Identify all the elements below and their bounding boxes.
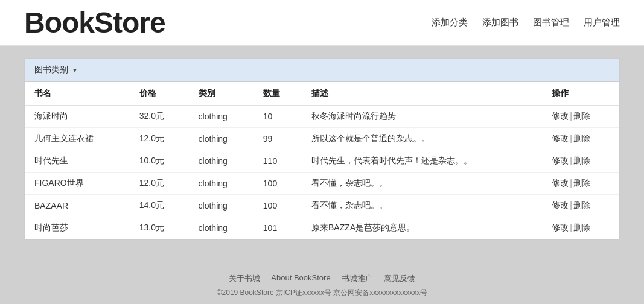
table-row: 海派时尚32.0元clothing10秋冬海派时尚流行趋势修改|删除 (25, 106, 619, 128)
cell-quantity: 100 (253, 195, 302, 217)
action-separator: | (570, 133, 572, 143)
cell-category: clothing (189, 195, 253, 217)
cell-category: clothing (189, 106, 253, 128)
main-content: 图书类别 ▼ 书名 价格 类别 数量 描述 操作 海派时尚32.0元clothi… (24, 58, 620, 240)
cell-book-name: BAZAAR (25, 195, 130, 217)
edit-button[interactable]: 修改 (552, 133, 569, 143)
table-row: 时代先生10.0元clothing110时代先生，代表着时代先声！还是杂志。。修… (25, 150, 619, 173)
footer-link[interactable]: 关于书城 (229, 273, 260, 284)
cell-price: 13.0元 (130, 217, 189, 239)
edit-button[interactable]: 修改 (552, 223, 569, 232)
cell-price: 32.0元 (130, 106, 189, 128)
cell-actions: 修改|删除 (542, 173, 619, 195)
delete-button[interactable]: 删除 (573, 178, 590, 188)
chevron-down-icon: ▼ (72, 67, 78, 74)
cell-actions: 修改|删除 (542, 128, 619, 150)
cell-description: 所以这个就是个普通的杂志。。 (302, 128, 542, 150)
category-label: 图书类别 (34, 65, 68, 75)
table-row: FIGARO世界12.0元clothing100看不懂，杂志吧。。修改|删除 (25, 173, 619, 195)
col-quantity: 数量 (253, 82, 302, 106)
cell-quantity: 99 (253, 128, 302, 150)
nav: 添加分类添加图书图书管理用户管理 (432, 17, 620, 28)
header: BookStore 添加分类添加图书图书管理用户管理 (0, 0, 644, 46)
delete-button[interactable]: 删除 (573, 111, 590, 121)
footer-link[interactable]: About BookStore (271, 273, 330, 284)
edit-button[interactable]: 修改 (552, 111, 569, 121)
nav-add-category[interactable]: 添加分类 (432, 17, 468, 28)
cell-category: clothing (189, 150, 253, 173)
edit-button[interactable]: 修改 (552, 156, 569, 165)
logo: BookStore (24, 6, 165, 39)
cell-actions: 修改|删除 (542, 150, 619, 173)
cell-book-name: 时代先生 (25, 150, 130, 173)
cell-description: 看不懂，杂志吧。。 (302, 195, 542, 217)
delete-button[interactable]: 删除 (573, 200, 590, 210)
cell-category: clothing (189, 173, 253, 195)
cell-book-name: 几何主义连衣裙 (25, 128, 130, 150)
books-table: 书名 价格 类别 数量 描述 操作 海派时尚32.0元clothing10秋冬海… (25, 82, 619, 239)
cell-category: clothing (189, 217, 253, 239)
footer-link[interactable]: 书城推广 (342, 273, 373, 284)
footer-copyright: ©2019 BookStore 京ICP证xxxxxx号 京公网安备xxxxxx… (0, 288, 644, 298)
delete-button[interactable]: 删除 (573, 133, 590, 143)
cell-price: 14.0元 (130, 195, 189, 217)
cell-actions: 修改|删除 (542, 195, 619, 217)
action-separator: | (570, 111, 572, 121)
nav-manage-users[interactable]: 用户管理 (584, 17, 620, 28)
table-row: 几何主义连衣裙12.0元clothing99所以这个就是个普通的杂志。。修改|删… (25, 128, 619, 150)
table-header: 书名 价格 类别 数量 描述 操作 (25, 82, 619, 106)
table-row: BAZAAR14.0元clothing100看不懂，杂志吧。。修改|删除 (25, 195, 619, 217)
cell-book-name: 时尚芭莎 (25, 217, 130, 239)
cell-price: 12.0元 (130, 173, 189, 195)
footer-links: 关于书城About BookStore书城推广意见反馈 (0, 273, 644, 284)
cell-quantity: 100 (253, 173, 302, 195)
category-dropdown[interactable]: 图书类别 ▼ (34, 65, 78, 75)
action-separator: | (570, 156, 572, 165)
cell-quantity: 110 (253, 150, 302, 173)
action-separator: | (570, 178, 572, 188)
cell-price: 12.0元 (130, 128, 189, 150)
action-separator: | (570, 200, 572, 210)
footer: 关于书城About BookStore书城推广意见反馈 ©2019 BookSt… (0, 262, 644, 304)
nav-add-book[interactable]: 添加图书 (482, 17, 518, 28)
cell-price: 10.0元 (130, 150, 189, 173)
cell-quantity: 10 (253, 106, 302, 128)
cell-quantity: 101 (253, 217, 302, 239)
col-category: 类别 (189, 82, 253, 106)
cell-actions: 修改|删除 (542, 106, 619, 128)
edit-button[interactable]: 修改 (552, 200, 569, 210)
delete-button[interactable]: 删除 (573, 156, 590, 165)
col-name: 书名 (25, 82, 130, 106)
delete-button[interactable]: 删除 (573, 223, 590, 232)
cell-actions: 修改|删除 (542, 217, 619, 239)
cell-description: 原来BAZZA是芭莎的意思。 (302, 217, 542, 239)
nav-manage-books[interactable]: 图书管理 (533, 17, 569, 28)
cell-description: 秋冬海派时尚流行趋势 (302, 106, 542, 128)
cell-description: 时代先生，代表着时代先声！还是杂志。。 (302, 150, 542, 173)
action-separator: | (570, 223, 572, 232)
cell-book-name: 海派时尚 (25, 106, 130, 128)
table-body: 海派时尚32.0元clothing10秋冬海派时尚流行趋势修改|删除几何主义连衣… (25, 106, 619, 239)
table-row: 时尚芭莎13.0元clothing101原来BAZZA是芭莎的意思。修改|删除 (25, 217, 619, 239)
cell-category: clothing (189, 128, 253, 150)
col-price: 价格 (130, 82, 189, 106)
cell-book-name: FIGARO世界 (25, 173, 130, 195)
cell-description: 看不懂，杂志吧。。 (302, 173, 542, 195)
category-bar: 图书类别 ▼ (25, 59, 619, 82)
col-actions: 操作 (542, 82, 619, 106)
edit-button[interactable]: 修改 (552, 178, 569, 188)
footer-link[interactable]: 意见反馈 (384, 273, 415, 284)
col-description: 描述 (302, 82, 542, 106)
